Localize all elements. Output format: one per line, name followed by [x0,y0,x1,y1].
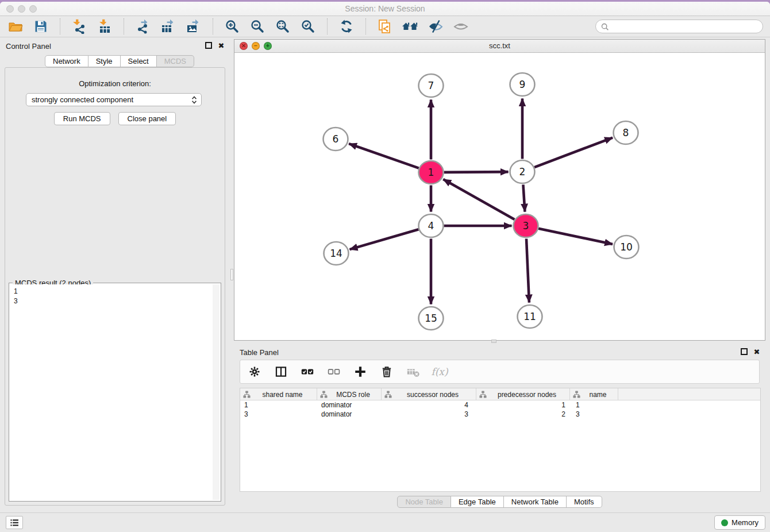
table-settings-button[interactable] [247,364,262,379]
edge-2-3[interactable] [523,184,525,211]
edge-2-8[interactable] [534,138,613,167]
task-history-button[interactable] [6,516,23,529]
zoom-selected-button[interactable] [299,18,317,35]
table-cell[interactable]: dominator [317,410,382,419]
clone-network-button[interactable] [376,18,394,35]
network-graph[interactable]: 7968124314101511 [234,53,765,340]
network-zoom-button[interactable]: + [264,42,272,50]
first-neighbors-button[interactable] [402,18,419,35]
memory-label: Memory [732,518,759,527]
node-8[interactable]: 8 [614,121,638,144]
tab-motifs[interactable]: Motifs [567,496,602,508]
close-table-panel-icon[interactable]: ✖ [753,348,761,356]
mcds-panel: Optimization criterion: strongly connect… [5,67,225,506]
network-window: ✕ − + scc.txt 7968124314101511 [234,39,765,341]
mcds-result-line: 1 [14,287,212,296]
table-row[interactable]: 1dominator411 [240,400,760,410]
mcds-result-scrollbar[interactable] [213,284,220,500]
table-cell[interactable]: dominator [317,400,382,410]
select-all-button[interactable] [300,364,315,379]
table-cell[interactable]: 3 [240,410,317,419]
edge-4-14[interactable] [350,229,419,249]
export-table-button[interactable] [160,18,177,35]
import-network-button[interactable] [71,18,88,35]
zoom-fit-button[interactable] [274,18,291,35]
import-table-button[interactable] [96,18,113,35]
tab-mcds[interactable]: MCDS [157,55,194,67]
column-header-shared-name[interactable]: shared name [240,388,317,400]
node-11[interactable]: 11 [518,305,542,328]
node-15[interactable]: 15 [419,307,444,330]
table-cell[interactable]: 1 [570,400,618,410]
minimize-window-button[interactable] [18,5,25,13]
node-14[interactable]: 14 [324,242,349,265]
edge-1-6[interactable] [349,144,419,168]
close-panel-icon[interactable]: ✖ [217,41,225,49]
window-controls [6,5,37,13]
float-panel-icon[interactable] [205,42,212,49]
node-3[interactable]: 3 [514,214,538,237]
tab-select[interactable]: Select [121,55,157,67]
edge-3-10[interactable] [538,229,613,244]
network-minimize-button[interactable]: − [252,42,260,50]
splitter-grip[interactable] [230,269,233,280]
horizontal-splitter-grip[interactable] [491,340,496,343]
function-builder-button[interactable]: f(x) [432,364,447,379]
column-header-name[interactable]: name [570,388,618,400]
zoom-out-button[interactable] [249,18,266,35]
vertical-splitter[interactable] [230,37,234,512]
export-network-button[interactable] [134,18,152,35]
save-session-button[interactable] [32,18,49,35]
node-4[interactable]: 4 [419,214,444,237]
column-header-predecessor-nodes[interactable]: predecessor nodes [476,388,570,400]
tab-style[interactable]: Style [88,55,121,67]
deselect-all-button[interactable] [326,364,341,379]
node-10[interactable]: 10 [614,236,639,259]
select-all-icon [301,365,314,379]
table-cell[interactable]: 3 [382,410,476,419]
network-canvas[interactable]: 7968124314101511 [234,53,765,340]
close-window-button[interactable] [6,5,14,13]
open-file-button[interactable] [7,18,24,35]
table-cell[interactable]: 4 [382,400,476,410]
delete-row-button[interactable] [379,364,394,379]
edge-3-1[interactable] [443,179,514,219]
memory-button[interactable]: Memory [714,515,765,530]
delete-column-button[interactable] [406,364,421,379]
run-mcds-button[interactable]: Run MCDS [54,112,110,125]
network-close-button[interactable]: ✕ [240,42,248,50]
table-cell[interactable]: 1 [240,400,317,410]
export-image-button[interactable] [185,18,202,35]
node-7[interactable]: 7 [419,74,444,97]
maximize-window-button[interactable] [29,5,37,13]
search-input[interactable] [611,22,758,31]
refresh-button[interactable] [338,18,355,35]
column-header-successor-nodes[interactable]: successor nodes [382,388,476,400]
edge-3-11[interactable] [526,238,529,302]
table-row[interactable]: 3dominator323 [240,410,760,419]
tab-node-table[interactable]: Node Table [397,496,451,508]
node-6[interactable]: 6 [324,128,348,151]
edge-1-2[interactable] [444,172,508,172]
add-column-button[interactable] [353,364,368,379]
gear-icon [248,365,261,378]
zoom-in-button[interactable] [224,18,241,35]
show-columns-button[interactable] [274,364,288,379]
table-cell[interactable]: 2 [476,410,570,419]
float-table-panel-icon[interactable] [741,348,748,355]
node-2[interactable]: 2 [510,160,535,183]
table-cell[interactable]: 3 [570,410,618,419]
table-cell[interactable]: 1 [476,400,570,410]
node-9[interactable]: 9 [510,73,535,96]
tab-network[interactable]: Network [45,55,88,67]
node-1[interactable]: 1 [419,161,444,184]
show-hidden-button[interactable] [452,18,469,35]
tab-edge-table[interactable]: Edge Table [451,496,504,508]
close-panel-button[interactable]: Close panel [118,112,176,125]
hide-details-button[interactable] [427,18,444,35]
eye-icon [453,19,468,34]
criterion-select[interactable]: strongly connected component [26,93,202,106]
column-header-MCDS-role[interactable]: MCDS role [317,388,382,400]
svg-text:10: 10 [620,241,633,253]
tab-network-table[interactable]: Network Table [504,496,567,508]
